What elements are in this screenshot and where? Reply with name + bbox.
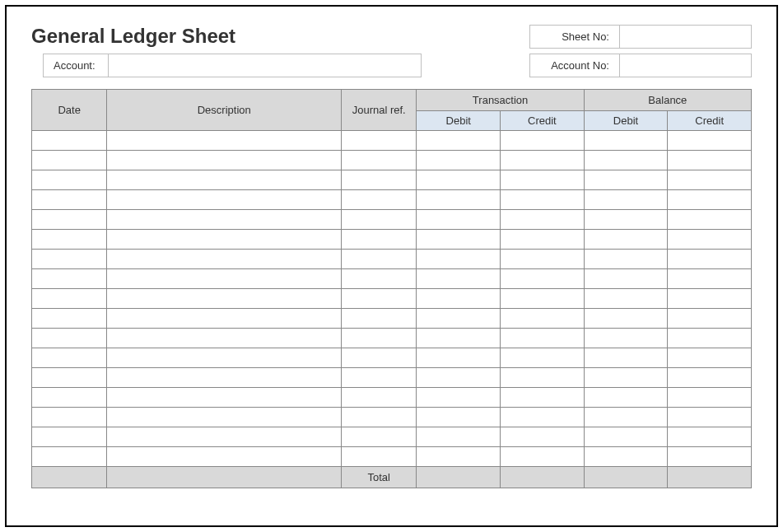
cell-date[interactable] — [32, 427, 107, 447]
cell-journal_ref[interactable] — [342, 447, 417, 467]
cell-trans_debit[interactable] — [417, 230, 501, 250]
cell-description[interactable] — [107, 250, 342, 269]
cell-description[interactable] — [107, 368, 342, 388]
cell-journal_ref[interactable] — [342, 170, 417, 190]
cell-bal_debit[interactable] — [584, 447, 668, 467]
cell-trans_credit[interactable] — [501, 368, 585, 388]
cell-description[interactable] — [107, 190, 342, 210]
cell-bal_credit[interactable] — [668, 269, 752, 289]
cell-date[interactable] — [32, 408, 107, 427]
cell-journal_ref[interactable] — [342, 131, 417, 151]
account-value[interactable] — [109, 54, 422, 77]
cell-trans_credit[interactable] — [501, 309, 585, 329]
cell-bal_debit[interactable] — [584, 170, 668, 190]
cell-date[interactable] — [32, 170, 107, 190]
cell-bal_debit[interactable] — [584, 190, 668, 210]
cell-bal_credit[interactable] — [668, 230, 752, 250]
cell-journal_ref[interactable] — [342, 329, 417, 348]
cell-trans_debit[interactable] — [417, 368, 501, 388]
cell-journal_ref[interactable] — [342, 269, 417, 289]
cell-bal_credit[interactable] — [668, 170, 752, 190]
sheet-no-value[interactable] — [620, 25, 752, 49]
cell-bal_credit[interactable] — [668, 388, 752, 408]
cell-trans_credit[interactable] — [501, 408, 585, 427]
cell-trans_debit[interactable] — [417, 408, 501, 427]
cell-description[interactable] — [107, 388, 342, 408]
cell-date[interactable] — [32, 250, 107, 269]
cell-bal_debit[interactable] — [584, 368, 668, 388]
cell-trans_credit[interactable] — [501, 348, 585, 368]
cell-trans_credit[interactable] — [501, 427, 585, 447]
cell-bal_credit[interactable] — [668, 368, 752, 388]
cell-journal_ref[interactable] — [342, 151, 417, 170]
cell-date[interactable] — [32, 269, 107, 289]
cell-trans_debit[interactable] — [417, 170, 501, 190]
cell-journal_ref[interactable] — [342, 230, 417, 250]
cell-journal_ref[interactable] — [342, 309, 417, 329]
cell-date[interactable] — [32, 190, 107, 210]
cell-bal_credit[interactable] — [668, 329, 752, 348]
cell-journal_ref[interactable] — [342, 210, 417, 230]
cell-description[interactable] — [107, 131, 342, 151]
cell-journal_ref[interactable] — [342, 368, 417, 388]
cell-description[interactable] — [107, 309, 342, 329]
cell-trans_credit[interactable] — [501, 250, 585, 269]
cell-journal_ref[interactable] — [342, 427, 417, 447]
cell-bal_debit[interactable] — [584, 309, 668, 329]
cell-description[interactable] — [107, 329, 342, 348]
cell-trans_credit[interactable] — [501, 447, 585, 467]
cell-description[interactable] — [107, 427, 342, 447]
cell-trans_debit[interactable] — [417, 289, 501, 309]
cell-date[interactable] — [32, 309, 107, 329]
cell-bal_credit[interactable] — [668, 447, 752, 467]
cell-bal_credit[interactable] — [668, 250, 752, 269]
cell-date[interactable] — [32, 289, 107, 309]
cell-bal_credit[interactable] — [668, 210, 752, 230]
cell-date[interactable] — [32, 329, 107, 348]
cell-bal_credit[interactable] — [668, 131, 752, 151]
cell-journal_ref[interactable] — [342, 250, 417, 269]
cell-description[interactable] — [107, 151, 342, 170]
cell-bal_credit[interactable] — [668, 289, 752, 309]
cell-trans_credit[interactable] — [501, 210, 585, 230]
cell-date[interactable] — [32, 447, 107, 467]
cell-trans_credit[interactable] — [501, 269, 585, 289]
cell-trans_credit[interactable] — [501, 151, 585, 170]
cell-bal_debit[interactable] — [584, 210, 668, 230]
cell-date[interactable] — [32, 210, 107, 230]
cell-journal_ref[interactable] — [342, 348, 417, 368]
cell-trans_credit[interactable] — [501, 388, 585, 408]
cell-trans_debit[interactable] — [417, 447, 501, 467]
cell-bal_credit[interactable] — [668, 151, 752, 170]
cell-trans_debit[interactable] — [417, 250, 501, 269]
cell-trans_credit[interactable] — [501, 230, 585, 250]
cell-description[interactable] — [107, 408, 342, 427]
cell-date[interactable] — [32, 388, 107, 408]
cell-trans_credit[interactable] — [501, 170, 585, 190]
cell-description[interactable] — [107, 289, 342, 309]
cell-description[interactable] — [107, 269, 342, 289]
cell-journal_ref[interactable] — [342, 190, 417, 210]
cell-description[interactable] — [107, 170, 342, 190]
cell-bal_debit[interactable] — [584, 408, 668, 427]
cell-description[interactable] — [107, 210, 342, 230]
cell-trans_debit[interactable] — [417, 348, 501, 368]
cell-date[interactable] — [32, 230, 107, 250]
cell-journal_ref[interactable] — [342, 388, 417, 408]
cell-trans_debit[interactable] — [417, 190, 501, 210]
cell-bal_debit[interactable] — [584, 230, 668, 250]
cell-bal_debit[interactable] — [584, 151, 668, 170]
cell-trans_credit[interactable] — [501, 131, 585, 151]
cell-bal_debit[interactable] — [584, 329, 668, 348]
cell-trans_credit[interactable] — [501, 190, 585, 210]
account-no-value[interactable] — [620, 54, 752, 77]
cell-bal_debit[interactable] — [584, 131, 668, 151]
cell-trans_credit[interactable] — [501, 289, 585, 309]
cell-trans_debit[interactable] — [417, 269, 501, 289]
cell-date[interactable] — [32, 151, 107, 170]
cell-bal_debit[interactable] — [584, 269, 668, 289]
cell-trans_debit[interactable] — [417, 388, 501, 408]
cell-date[interactable] — [32, 348, 107, 368]
cell-trans_debit[interactable] — [417, 329, 501, 348]
cell-trans_debit[interactable] — [417, 309, 501, 329]
